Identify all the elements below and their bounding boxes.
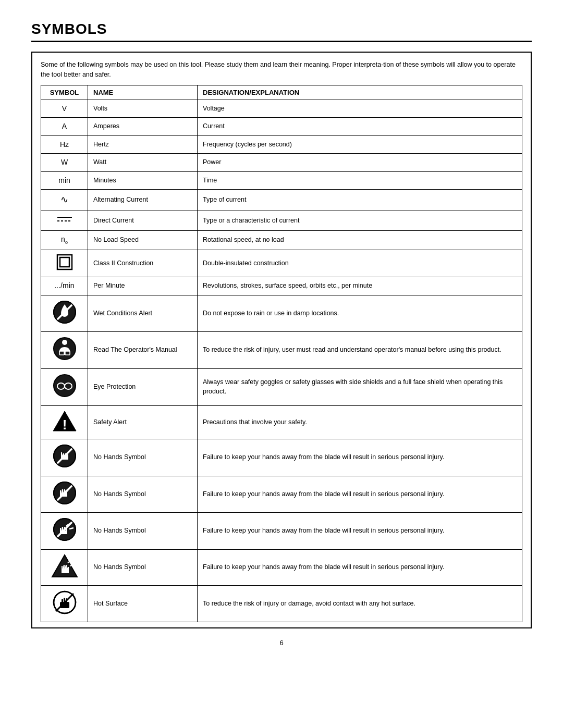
explanation-cell: To reduce the risk of injury or damage, … — [198, 585, 522, 622]
svg-rect-38 — [62, 599, 63, 603]
title-divider — [31, 41, 532, 42]
symbol-cell — [41, 211, 88, 231]
symbol-cell: V — [41, 100, 88, 118]
symbol-cell — [41, 513, 88, 550]
name-cell: Per Minute — [88, 277, 198, 295]
table-row: Direct CurrentType or a characteristic o… — [41, 211, 522, 231]
name-cell: Eye Protection — [88, 369, 198, 406]
explanation-cell: Double-insulated construction — [198, 250, 522, 277]
table-row: .../minPer MinuteRevolutions, strokes, s… — [41, 277, 522, 295]
name-cell: No Hands Symbol — [88, 549, 198, 585]
symbol-cell: no — [41, 231, 88, 250]
table-row: Wet Conditions AlertDo not expose to rai… — [41, 295, 522, 332]
symbol-cell: Hz — [41, 135, 88, 154]
table-row: ∿Alternating CurrentType of current — [41, 190, 522, 211]
name-cell: No Load Speed — [88, 231, 198, 250]
symbols-table: SYMBOL NAME DESIGNATION/EXPLANATION VVol… — [41, 85, 522, 623]
table-row: ! Safety AlertPrecautions that involve y… — [41, 405, 522, 439]
table-row: minMinutesTime — [41, 171, 522, 190]
intro-text: Some of the following symbols may be use… — [41, 60, 522, 80]
explanation-cell: Precautions that involve your safety. — [198, 405, 522, 439]
table-row: No Hands SymbolFailure to keep your hand… — [41, 549, 522, 585]
table-header-row: SYMBOL NAME DESIGNATION/EXPLANATION — [41, 85, 522, 100]
name-cell: Minutes — [88, 171, 198, 190]
name-cell: No Hands Symbol — [88, 476, 198, 513]
explanation-cell: Rotational speed, at no load — [198, 231, 522, 250]
table-row: Hot SurfaceTo reduce the risk of injury … — [41, 585, 522, 622]
table-row: Read The Operator's ManualTo reduce the … — [41, 332, 522, 369]
explanation-cell: Revolutions, strokes, surface speed, orb… — [198, 277, 522, 295]
table-row: HzHertzFrequency (cycles per second) — [41, 135, 522, 154]
svg-rect-10 — [65, 351, 70, 355]
symbol-cell: ∿ — [41, 190, 88, 211]
name-cell: Safety Alert — [88, 405, 198, 439]
symbol-cell: min — [41, 171, 88, 190]
svg-rect-9 — [59, 351, 64, 355]
explanation-cell: To reduce the risk of injury, user must … — [198, 332, 522, 369]
name-cell: Read The Operator's Manual — [88, 332, 198, 369]
symbol-cell: W — [41, 154, 88, 172]
table-row: noNo Load SpeedRotational speed, at no l… — [41, 231, 522, 250]
name-cell: No Hands Symbol — [88, 439, 198, 476]
table-row: No Hands SymbolFailure to keep your hand… — [41, 513, 522, 550]
explanation-cell: Do not expose to rain or use in damp loc… — [198, 295, 522, 332]
svg-point-8 — [62, 340, 67, 345]
explanation-cell: Frequency (cycles per second) — [198, 135, 522, 154]
col-name: NAME — [88, 85, 198, 100]
name-cell: Watt — [88, 154, 198, 172]
name-cell: Amperes — [88, 118, 198, 136]
symbol-cell — [41, 439, 88, 476]
name-cell: Alternating Current — [88, 190, 198, 211]
table-row: No Hands SymbolFailure to keep your hand… — [41, 439, 522, 476]
col-symbol: SYMBOL — [41, 85, 88, 100]
symbol-cell — [41, 549, 88, 585]
symbol-cell — [41, 250, 88, 277]
symbol-cell: A — [41, 118, 88, 136]
content-box: Some of the following symbols may be use… — [31, 52, 532, 628]
name-cell: Class II Construction — [88, 250, 198, 277]
svg-text:!: ! — [62, 417, 67, 433]
name-cell: Volts — [88, 100, 198, 118]
name-cell: Direct Current — [88, 211, 198, 231]
symbol-cell — [41, 332, 88, 369]
col-explanation: DESIGNATION/EXPLANATION — [198, 85, 522, 100]
table-row: Class II ConstructionDouble-insulated co… — [41, 250, 522, 277]
explanation-cell: Type of current — [198, 190, 522, 211]
table-row: WWattPower — [41, 154, 522, 172]
name-cell: Wet Conditions Alert — [88, 295, 198, 332]
name-cell: Hot Surface — [88, 585, 198, 622]
explanation-cell: Voltage — [198, 100, 522, 118]
name-cell: No Hands Symbol — [88, 513, 198, 550]
symbol-cell: .../min — [41, 277, 88, 295]
page-title: SYMBOLS — [31, 21, 532, 38]
page-number: 6 — [31, 639, 532, 647]
explanation-cell: Time — [198, 171, 522, 190]
table-row: AAmperesCurrent — [41, 118, 522, 136]
table-row: No Hands SymbolFailure to keep your hand… — [41, 476, 522, 513]
symbol-cell — [41, 369, 88, 406]
explanation-cell: Current — [198, 118, 522, 136]
table-row: VVoltsVoltage — [41, 100, 522, 118]
table-row: Eye ProtectionAlways wear safety goggles… — [41, 369, 522, 406]
symbol-cell — [41, 585, 88, 622]
explanation-cell: Power — [198, 154, 522, 172]
explanation-cell: Failure to keep your hands away from the… — [198, 513, 522, 550]
explanation-cell: Failure to keep your hands away from the… — [198, 439, 522, 476]
explanation-cell: Always wear safety goggles or safety gla… — [198, 369, 522, 406]
explanation-cell: Failure to keep your hands away from the… — [198, 476, 522, 513]
name-cell: Hertz — [88, 135, 198, 154]
symbol-cell — [41, 476, 88, 513]
svg-rect-3 — [60, 257, 69, 267]
explanation-cell: Failure to keep your hands away from the… — [198, 549, 522, 585]
explanation-cell: Type or a characteristic of current — [198, 211, 522, 231]
symbol-cell: ! — [41, 405, 88, 439]
symbol-cell — [41, 295, 88, 332]
